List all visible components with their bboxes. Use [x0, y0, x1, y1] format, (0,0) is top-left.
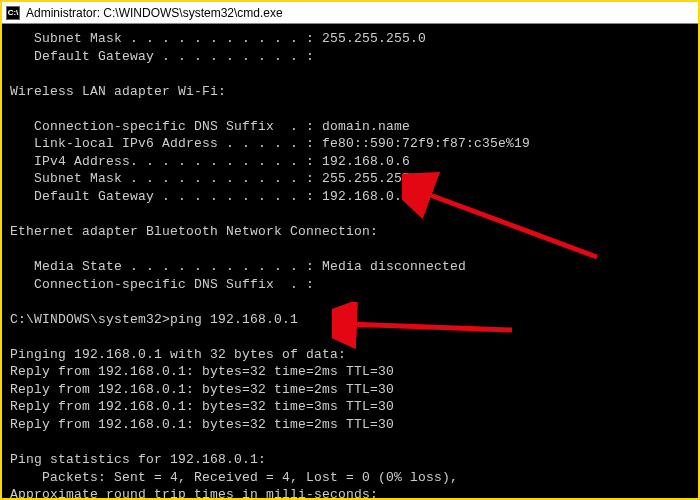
terminal-line: Media State . . . . . . . . . . . : Medi… — [10, 258, 690, 276]
window-title: Administrator: C:\WINDOWS\system32\cmd.e… — [26, 6, 283, 20]
terminal-line: Reply from 192.168.0.1: bytes=32 time=2m… — [10, 363, 690, 381]
terminal-line: Connection-specific DNS Suffix . : — [10, 276, 690, 294]
terminal-line: Reply from 192.168.0.1: bytes=32 time=2m… — [10, 416, 690, 434]
terminal-line — [10, 434, 690, 452]
terminal-line — [10, 65, 690, 83]
window-titlebar: C:\ Administrator: C:\WINDOWS\system32\c… — [2, 2, 698, 24]
terminal-line: Pinging 192.168.0.1 with 32 bytes of dat… — [10, 346, 690, 364]
terminal-line: Link-local IPv6 Address . . . . . : fe80… — [10, 135, 690, 153]
terminal-line — [10, 328, 690, 346]
terminal-line: Reply from 192.168.0.1: bytes=32 time=2m… — [10, 381, 690, 399]
terminal-line — [10, 293, 690, 311]
terminal-line: Approximate round trip times in milli-se… — [10, 486, 690, 500]
terminal-line: Reply from 192.168.0.1: bytes=32 time=3m… — [10, 398, 690, 416]
terminal-line — [10, 205, 690, 223]
terminal-output[interactable]: Subnet Mask . . . . . . . . . . . : 255.… — [2, 24, 698, 500]
terminal-line: Connection-specific DNS Suffix . : domai… — [10, 118, 690, 136]
terminal-line: Wireless LAN adapter Wi-Fi: — [10, 83, 690, 101]
terminal-line: Packets: Sent = 4, Received = 4, Lost = … — [10, 469, 690, 487]
terminal-line: IPv4 Address. . . . . . . . . . . : 192.… — [10, 153, 690, 171]
terminal-line — [10, 241, 690, 259]
terminal-line: Default Gateway . . . . . . . . . : — [10, 48, 690, 66]
terminal-line: Default Gateway . . . . . . . . . : 192.… — [10, 188, 690, 206]
terminal-line: Subnet Mask . . . . . . . . . . . : 255.… — [10, 30, 690, 48]
terminal-line: Ethernet adapter Bluetooth Network Conne… — [10, 223, 690, 241]
terminal-line: Subnet Mask . . . . . . . . . . . : 255.… — [10, 170, 690, 188]
terminal-line: Ping statistics for 192.168.0.1: — [10, 451, 690, 469]
cmd-icon: C:\ — [6, 6, 20, 20]
terminal-line: C:\WINDOWS\system32>ping 192.168.0.1 — [10, 311, 690, 329]
terminal-line — [10, 100, 690, 118]
